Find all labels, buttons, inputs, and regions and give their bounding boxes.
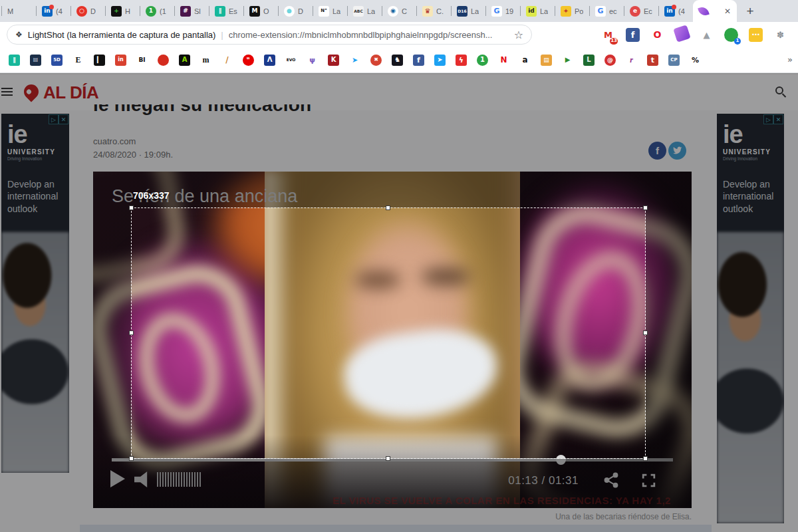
- bookmark-item[interactable]: E: [72, 55, 84, 66]
- bookmark-item[interactable]: @: [604, 55, 616, 66]
- bookmark-item[interactable]: f: [413, 55, 424, 66]
- browser-tab[interactable]: N° La: [313, 0, 347, 22]
- extension-button[interactable]: ✽: [773, 28, 787, 42]
- browser-tab[interactable]: + H: [105, 0, 140, 22]
- extension-button[interactable]: f: [626, 28, 640, 42]
- browser-tab[interactable]: M O: [243, 0, 278, 22]
- bookmark-item[interactable]: CP: [668, 55, 680, 66]
- ad-banner-right[interactable]: ▷ ✕ ie UNIVERSITY Driving Innovation Dev…: [717, 114, 784, 523]
- bookmark-item[interactable]: r: [626, 55, 637, 66]
- browser-tab[interactable]: G ec: [589, 0, 624, 22]
- facebook-share-button[interactable]: f: [648, 142, 666, 160]
- omnibox-url[interactable]: chrome-extension://mbniclmhobmnbdlbpiphg…: [229, 30, 509, 40]
- browser-tab[interactable]: id La: [520, 0, 555, 22]
- browser-tab[interactable]: M: [1, 0, 36, 22]
- article-source[interactable]: cuatro.com: [93, 136, 136, 146]
- selection-handle[interactable]: [129, 205, 134, 210]
- menu-hamburger-icon[interactable]: [1, 88, 13, 98]
- bookmark-item[interactable]: ✖: [370, 55, 382, 66]
- tab-title: La: [540, 7, 548, 15]
- tab-title: O: [263, 7, 269, 15]
- bookmark-item[interactable]: ▤: [30, 55, 41, 66]
- advertiser-logo: ie: [7, 123, 69, 146]
- active-tab-lightshot[interactable]: ✕: [693, 0, 737, 22]
- bookmark-item[interactable]: m: [200, 55, 211, 66]
- bookmark-item[interactable]: A: [179, 55, 190, 66]
- browser-tab[interactable]: # Sl: [174, 0, 209, 22]
- bookmark-item[interactable]: K: [328, 55, 339, 66]
- extension-button[interactable]: ⋯: [749, 28, 763, 42]
- headline-clip: le niegan su medicación: [93, 104, 645, 122]
- fullscreen-icon[interactable]: [640, 472, 657, 489]
- bookmark-item[interactable]: ❞: [243, 55, 254, 66]
- bookmark-item[interactable]: ▤: [541, 55, 552, 66]
- ad-close-icon[interactable]: ✕: [773, 114, 783, 124]
- bookmarks-overflow-chevron[interactable]: »: [787, 55, 793, 65]
- browser-tab[interactable]: G 19: [485, 0, 520, 22]
- browser-tab[interactable]: in (4: [658, 0, 693, 22]
- extension-button[interactable]: 1: [724, 28, 738, 42]
- bookmark-item[interactable]: %: [690, 55, 701, 66]
- extension-button[interactable]: [675, 27, 689, 43]
- browser-tab[interactable]: ✦ Po: [555, 0, 589, 22]
- bookmark-item[interactable]: 5D: [51, 55, 63, 66]
- selection-handle[interactable]: [386, 205, 390, 210]
- selection-handle[interactable]: [386, 456, 390, 461]
- selection-handle[interactable]: [643, 205, 648, 210]
- volume-level-bars[interactable]: [157, 472, 201, 487]
- ad-banner-left[interactable]: ▷ ✕ ie UNIVERSITY Driving Innovation Dev…: [1, 114, 69, 473]
- bookmark-item[interactable]: ▎: [94, 55, 105, 66]
- adchoices-icon[interactable]: ▷: [49, 114, 59, 124]
- site-logo[interactable]: AL DÍA: [24, 82, 98, 103]
- bookmark-item[interactable]: in: [115, 55, 126, 66]
- selection-handle[interactable]: [643, 456, 648, 461]
- omnibox[interactable]: ❖ LightShot (la herramienta de captura d…: [7, 25, 532, 45]
- adchoices-icon[interactable]: ▷: [763, 114, 773, 124]
- bookmark-item[interactable]: [158, 55, 169, 66]
- browser-tab[interactable]: ABC La: [347, 0, 382, 22]
- lightshot-selection[interactable]: [131, 207, 646, 459]
- selection-handle[interactable]: [129, 456, 134, 461]
- bookmark-item[interactable]: ▶: [562, 55, 573, 66]
- bookmark-item[interactable]: BI: [136, 55, 148, 66]
- tab-close-icon[interactable]: ✕: [724, 7, 731, 16]
- bookmark-item[interactable]: ➤: [434, 55, 446, 66]
- browser-tab[interactable]: ◉ C: [382, 0, 416, 22]
- tab-favicon: ♛: [422, 6, 433, 17]
- advertiser-logo: ie: [723, 123, 784, 146]
- selection-handle[interactable]: [643, 331, 648, 335]
- extension-button[interactable]: M13: [601, 28, 615, 42]
- browser-tab[interactable]: ○ D: [70, 0, 105, 22]
- search-icon[interactable]: [775, 86, 787, 98]
- bookmark-item[interactable]: t: [647, 55, 658, 66]
- browser-tab[interactable]: in (4: [36, 0, 70, 22]
- extension-button[interactable]: O: [650, 28, 664, 42]
- bookmark-item[interactable]: /: [221, 55, 233, 66]
- selection-handle[interactable]: [129, 331, 134, 335]
- bookmark-item[interactable]: a: [519, 55, 531, 66]
- twitter-share-button[interactable]: [668, 142, 686, 160]
- bookmark-item[interactable]: EVO: [285, 55, 297, 66]
- browser-tab[interactable]: D16 La: [451, 0, 485, 22]
- bookmark-item[interactable]: L: [583, 55, 595, 66]
- browser-tab[interactable]: e Ec: [624, 0, 658, 22]
- extension-pin-icon: ❖: [15, 30, 23, 39]
- ad-close-icon[interactable]: ✕: [59, 114, 68, 124]
- browser-tab[interactable]: 1 (1: [140, 0, 174, 22]
- new-tab-button[interactable]: +: [739, 0, 761, 22]
- video-share-icon[interactable]: [602, 471, 620, 489]
- bookmark-item[interactable]: ψ: [307, 55, 318, 66]
- play-button[interactable]: [110, 470, 125, 487]
- browser-tab[interactable]: ♛ C.: [416, 0, 451, 22]
- bookmark-item[interactable]: ϟ: [456, 55, 467, 66]
- extension-button[interactable]: ▲: [700, 28, 714, 42]
- browser-tab[interactable]: ● D: [278, 0, 313, 22]
- bookmark-star-icon[interactable]: ☆: [514, 29, 523, 41]
- bookmark-item[interactable]: N: [498, 55, 509, 66]
- bookmark-item[interactable]: 1: [477, 55, 488, 66]
- bookmark-item[interactable]: ∥: [9, 55, 20, 66]
- bookmark-item[interactable]: ➤: [349, 55, 360, 66]
- bookmark-item[interactable]: ♞: [392, 55, 403, 66]
- browser-tab[interactable]: ∥ Es: [209, 0, 243, 22]
- bookmark-item[interactable]: Λ: [264, 55, 275, 66]
